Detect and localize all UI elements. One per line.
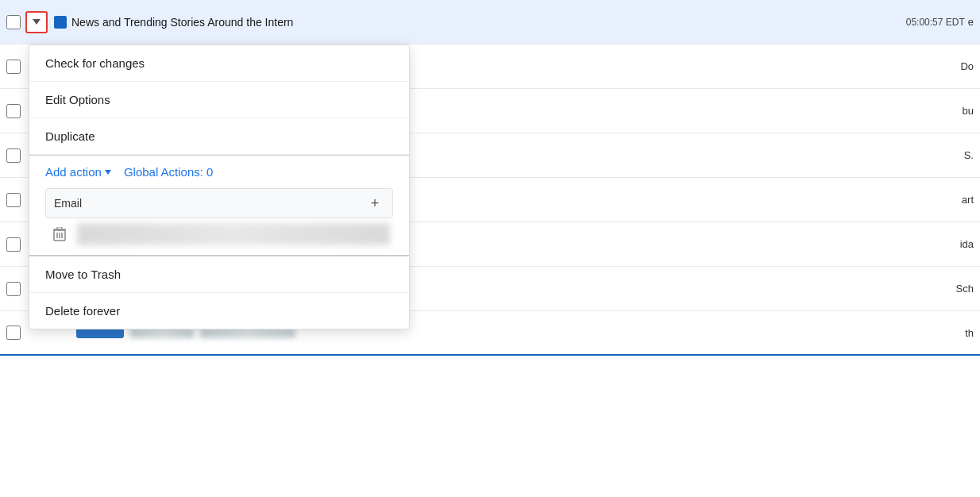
row-suffix: Sch: [956, 283, 974, 295]
email-value-blurred: [77, 223, 390, 245]
add-action-chevron-icon: [105, 170, 111, 175]
row-checkbox[interactable]: [6, 237, 21, 252]
row-checkbox[interactable]: [6, 104, 21, 118]
delete-email-button[interactable]: [48, 223, 71, 245]
email-action-label: Email: [54, 197, 359, 210]
actions-section: Add action Global Actions: 0 Email +: [29, 156, 409, 256]
add-action-label: Add action: [45, 165, 102, 179]
dropdown-arrow-icon: [33, 19, 41, 25]
svg-rect-5: [57, 227, 62, 229]
row-suffix: ida: [960, 238, 974, 250]
menu-item-duplicate[interactable]: Duplicate: [29, 118, 409, 155]
actions-header: Add action Global Actions: 0: [45, 165, 393, 179]
row-favicon-icon: [54, 16, 67, 29]
menu-item-check-changes[interactable]: Check for changes: [29, 45, 409, 82]
row-checkbox[interactable]: [6, 60, 21, 74]
row-suffix: bu: [963, 105, 974, 117]
row-title: News and Trending Stories Around the Int…: [71, 16, 898, 29]
add-action-button[interactable]: Add action: [45, 165, 111, 179]
row-checkbox[interactable]: [6, 282, 21, 296]
row-suffix: Do: [960, 60, 974, 72]
row-suffix: th: [965, 327, 974, 339]
row-suffix: art: [962, 194, 974, 206]
email-row-first[interactable]: News and Trending Stories Around the Int…: [0, 0, 980, 44]
row-checkbox[interactable]: [6, 193, 21, 207]
menu-item-edit-options[interactable]: Edit Options: [29, 82, 409, 118]
dropdown-trigger-button[interactable]: [25, 11, 48, 33]
email-sub-row: [45, 223, 393, 245]
row-checkbox-first[interactable]: [6, 15, 21, 29]
menu-item-delete-forever[interactable]: Delete forever: [29, 293, 409, 329]
trash-icon: [53, 227, 66, 241]
dropdown-menu: Check for changes Edit Options Duplicate…: [29, 44, 410, 329]
row-suffix: e: [968, 16, 974, 28]
menu-item-move-to-trash[interactable]: Move to Trash: [29, 256, 409, 293]
row-checkbox[interactable]: [6, 326, 21, 340]
global-actions-label: Global Actions: 0: [124, 165, 214, 179]
add-email-button[interactable]: +: [365, 194, 384, 213]
row-checkbox[interactable]: [6, 148, 21, 163]
email-action-row: Email +: [45, 188, 393, 218]
row-suffix: S.: [964, 149, 974, 161]
row-time: 05:00:57 EDT: [906, 17, 965, 28]
